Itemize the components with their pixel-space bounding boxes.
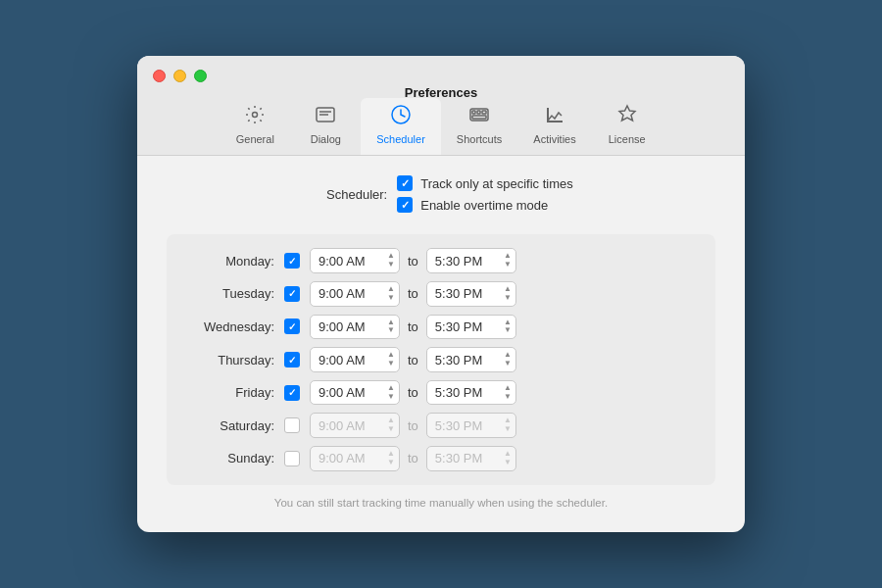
saturday-start-stepper[interactable]: ▲▼ bbox=[387, 416, 395, 434]
friday-start-time[interactable]: 9:00 AM ▲▼ bbox=[310, 380, 400, 406]
tab-activities[interactable]: Activities bbox=[517, 98, 591, 155]
tab-shortcuts[interactable]: Shortcuts bbox=[441, 98, 517, 155]
scheduler-section-label: Scheduler: bbox=[309, 187, 387, 202]
content-area: Scheduler: Track only at specific times … bbox=[137, 156, 745, 531]
scheduler-icon bbox=[390, 104, 412, 130]
thursday-end-value: 5:30 PM bbox=[435, 353, 502, 368]
friday-start-value: 9:00 AM bbox=[318, 385, 385, 400]
saturday-to: to bbox=[408, 418, 418, 433]
friday-end-time[interactable]: 5:30 PM ▲▼ bbox=[426, 380, 516, 406]
tuesday-end-time[interactable]: 5:30 PM ▲▼ bbox=[426, 281, 516, 307]
tab-scheduler[interactable]: Scheduler bbox=[361, 98, 441, 155]
saturday-end-time[interactable]: 5:30 PM ▲▼ bbox=[426, 413, 516, 438]
license-icon bbox=[616, 104, 638, 130]
saturday-start-value: 9:00 AM bbox=[318, 418, 385, 433]
sunday-start-time[interactable]: 9:00 AM ▲▼ bbox=[310, 446, 400, 471]
tab-activities-label: Activities bbox=[533, 133, 575, 145]
overtime-checkbox[interactable] bbox=[397, 197, 413, 213]
wednesday-end-time[interactable]: 5:30 PM ▲▼ bbox=[426, 315, 516, 340]
monday-end-value: 5:30 PM bbox=[435, 254, 502, 269]
tuesday-row: Tuesday: 9:00 AM ▲▼ to 5:30 PM ▲▼ bbox=[186, 281, 696, 307]
monday-start-time[interactable]: 9:00 AM ▲▼ bbox=[310, 248, 400, 273]
tuesday-end-value: 5:30 PM bbox=[435, 286, 502, 301]
tab-license-label: License bbox=[609, 133, 646, 145]
wednesday-start-stepper[interactable]: ▲▼ bbox=[387, 318, 395, 336]
track-specific-checkbox[interactable] bbox=[397, 175, 413, 191]
monday-end-time[interactable]: 5:30 PM ▲▼ bbox=[426, 248, 516, 273]
shortcuts-icon bbox=[468, 104, 490, 130]
thursday-start-stepper[interactable]: ▲▼ bbox=[387, 351, 395, 368]
tuesday-start-stepper[interactable]: ▲▼ bbox=[387, 285, 395, 303]
saturday-label: Saturday: bbox=[186, 418, 274, 433]
monday-label: Monday: bbox=[186, 254, 274, 269]
thursday-label: Thursday: bbox=[186, 353, 274, 368]
scheduler-options-row: Scheduler: Track only at specific times … bbox=[309, 175, 573, 213]
tab-shortcuts-label: Shortcuts bbox=[457, 133, 502, 145]
wednesday-end-value: 5:30 PM bbox=[435, 319, 502, 334]
friday-checkbox[interactable] bbox=[284, 385, 300, 401]
tab-license[interactable]: License bbox=[592, 98, 662, 155]
sunday-row: Sunday: 9:00 AM ▲▼ to 5:30 PM ▲▼ bbox=[186, 446, 696, 471]
thursday-end-time[interactable]: 5:30 PM ▲▼ bbox=[426, 347, 516, 372]
friday-end-stepper[interactable]: ▲▼ bbox=[504, 384, 512, 402]
tuesday-end-stepper[interactable]: ▲▼ bbox=[504, 285, 512, 303]
sunday-checkbox[interactable] bbox=[284, 451, 300, 466]
wednesday-start-time[interactable]: 9:00 AM ▲▼ bbox=[310, 315, 400, 340]
thursday-start-value: 9:00 AM bbox=[318, 353, 385, 368]
tab-general[interactable]: General bbox=[220, 98, 290, 155]
thursday-to: to bbox=[408, 353, 418, 368]
thursday-end-stepper[interactable]: ▲▼ bbox=[504, 351, 512, 368]
monday-end-stepper[interactable]: ▲▼ bbox=[504, 252, 512, 270]
tab-dialog-label: Dialog bbox=[311, 133, 341, 145]
monday-start-stepper[interactable]: ▲▼ bbox=[387, 252, 395, 270]
sunday-end-stepper[interactable]: ▲▼ bbox=[504, 450, 512, 467]
close-button[interactable] bbox=[153, 70, 166, 82]
activities-icon bbox=[544, 104, 565, 130]
svg-point-0 bbox=[253, 113, 258, 118]
sunday-start-stepper[interactable]: ▲▼ bbox=[387, 450, 395, 467]
titlebar: Preferences General bbox=[137, 56, 745, 156]
svg-rect-7 bbox=[477, 111, 480, 114]
svg-rect-11 bbox=[547, 121, 563, 122]
wednesday-label: Wednesday: bbox=[186, 319, 274, 334]
footer-note: You can still start tracking time manual… bbox=[167, 497, 715, 509]
tab-scheduler-label: Scheduler bbox=[376, 133, 425, 145]
traffic-lights bbox=[153, 70, 207, 82]
thursday-checkbox[interactable] bbox=[284, 352, 300, 368]
tuesday-to: to bbox=[408, 286, 418, 301]
tuesday-start-time[interactable]: 9:00 AM ▲▼ bbox=[310, 281, 400, 307]
track-specific-label: Track only at specific times bbox=[420, 176, 573, 191]
saturday-row: Saturday: 9:00 AM ▲▼ to 5:30 PM ▲▼ bbox=[186, 413, 696, 438]
maximize-button[interactable] bbox=[194, 70, 207, 82]
sunday-start-value: 9:00 AM bbox=[318, 451, 385, 466]
tuesday-label: Tuesday: bbox=[186, 286, 274, 301]
saturday-end-stepper[interactable]: ▲▼ bbox=[504, 416, 512, 434]
minimize-button[interactable] bbox=[173, 70, 186, 82]
monday-to: to bbox=[408, 254, 418, 269]
tab-general-label: General bbox=[236, 133, 274, 145]
tuesday-checkbox[interactable] bbox=[284, 286, 300, 302]
friday-label: Friday: bbox=[186, 385, 274, 400]
wednesday-end-stepper[interactable]: ▲▼ bbox=[504, 318, 512, 336]
thursday-row: Thursday: 9:00 AM ▲▼ to 5:30 PM ▲▼ bbox=[186, 347, 696, 372]
tab-dialog[interactable]: Dialog bbox=[290, 98, 361, 155]
thursday-start-time[interactable]: 9:00 AM ▲▼ bbox=[310, 347, 400, 372]
monday-checkbox[interactable] bbox=[284, 253, 300, 269]
sunday-to: to bbox=[408, 451, 418, 466]
tab-bar: General Dialog bbox=[153, 98, 729, 155]
svg-rect-9 bbox=[472, 116, 486, 119]
wednesday-checkbox[interactable] bbox=[284, 318, 300, 334]
overtime-label: Enable overtime mode bbox=[420, 198, 548, 213]
saturday-start-time[interactable]: 9:00 AM ▲▼ bbox=[310, 413, 400, 438]
general-icon bbox=[244, 104, 266, 130]
friday-to: to bbox=[408, 385, 418, 400]
svg-rect-10 bbox=[547, 108, 549, 121]
sunday-end-time[interactable]: 5:30 PM ▲▼ bbox=[426, 446, 516, 471]
track-specific-row: Track only at specific times bbox=[397, 175, 573, 191]
saturday-checkbox[interactable] bbox=[284, 417, 300, 433]
friday-start-stepper[interactable]: ▲▼ bbox=[387, 384, 395, 402]
saturday-end-value: 5:30 PM bbox=[435, 418, 502, 433]
dialog-icon bbox=[315, 104, 336, 130]
overtime-row: Enable overtime mode bbox=[397, 197, 573, 213]
schedule-grid: Monday: 9:00 AM ▲▼ to 5:30 PM ▲▼ Tuesday… bbox=[167, 234, 715, 484]
